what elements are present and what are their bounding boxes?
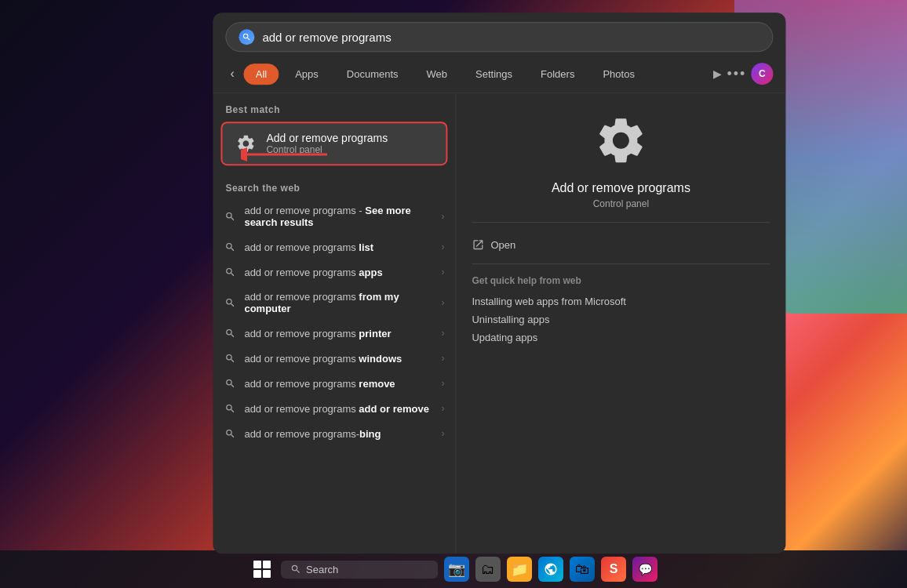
web-search-icon-5 [224, 352, 236, 365]
tab-play-button[interactable]: ▶ [713, 67, 722, 80]
search-input-area [213, 13, 785, 58]
web-search-icon-1 [224, 241, 236, 253]
right-panel-icon-area [472, 109, 770, 172]
web-search-text-1: add or remove programs list [244, 241, 441, 253]
search-web-label: Search the web [213, 173, 455, 198]
web-search-chevron-6: › [441, 378, 444, 389]
tab-settings[interactable]: Settings [464, 64, 524, 85]
best-match-item[interactable]: Add or remove programs Control panel [220, 122, 447, 165]
best-match-gear-icon [233, 131, 258, 156]
taskbar-app-red[interactable]: S [601, 557, 626, 582]
web-search-chevron-8: › [441, 428, 444, 439]
web-search-chevron-3: › [441, 297, 444, 308]
web-search-icon-4 [224, 327, 236, 339]
web-search-text-2: add or remove programs apps [244, 267, 441, 278]
taskbar-search-bar[interactable]: Search [281, 561, 438, 579]
web-search-text-7: add or remove programs add or remove [244, 403, 441, 415]
link-updating[interactable]: Updating apps [472, 328, 537, 347]
open-button[interactable]: Open [472, 234, 515, 256]
web-search-text-6: add or remove programs remove [244, 378, 441, 390]
web-search-item-3[interactable]: add or remove programs from my computer … [213, 285, 455, 321]
web-search-item-4[interactable]: add or remove programs printer › [213, 321, 455, 346]
search-circle-icon [239, 29, 254, 45]
web-search-chevron-4: › [441, 328, 444, 339]
taskbar-app-store[interactable]: 🛍 [570, 557, 595, 582]
web-search-icon-7 [224, 402, 236, 415]
web-search-chevron-7: › [441, 403, 444, 414]
taskbar-app-files[interactable]: 🗂 [475, 557, 501, 582]
web-search-icon-0 [224, 210, 236, 223]
tab-documents[interactable]: Documents [335, 64, 410, 85]
right-panel-title: Add or remove programs [472, 181, 770, 195]
left-panel: Best match Add or remove programs Contro… [213, 93, 456, 554]
right-panel: Add or remove programs Control panel Ope… [456, 93, 785, 554]
best-match-label: Best match [213, 104, 455, 122]
web-search-text-3: add or remove programs from my computer [244, 291, 441, 314]
right-panel-gear-icon [589, 109, 652, 172]
tab-back-button[interactable]: ‹ [225, 64, 239, 84]
search-input[interactable] [262, 31, 759, 44]
content-area: Best match Add or remove programs Contro… [213, 93, 785, 554]
taskbar-app-social[interactable]: 💬 [632, 557, 657, 582]
web-search-icon-6 [224, 377, 236, 390]
search-input-wrapper [225, 22, 773, 52]
web-search-text-0: add or remove programs - See more search… [244, 205, 441, 228]
right-panel-divider [472, 222, 770, 223]
best-match-title: Add or remove programs [266, 132, 388, 144]
web-search-text-5: add or remove programs windows [244, 353, 441, 365]
best-match-subtitle: Control panel [266, 144, 388, 155]
external-link-icon [472, 238, 484, 251]
quick-help-label: Get quick help from web [472, 275, 581, 286]
taskbar-app-folder[interactable]: 📁 [507, 557, 532, 582]
web-search-chevron-0: › [441, 211, 444, 222]
web-search-icon-8 [224, 427, 236, 440]
right-panel-divider-2 [472, 263, 770, 264]
web-search-text-4: add or remove programs printer [244, 328, 441, 339]
windows-start-button[interactable] [250, 557, 275, 582]
right-panel-subtitle: Control panel [472, 198, 770, 209]
web-search-item-2[interactable]: add or remove programs apps › [213, 260, 455, 285]
web-search-item-7[interactable]: add or remove programs add or remove › [213, 396, 455, 421]
search-panel: ‹ All Apps Documents Web Settings Folder… [213, 13, 785, 554]
tab-folders[interactable]: Folders [529, 64, 586, 85]
tab-more-button[interactable]: ••• [727, 66, 746, 82]
taskbar: Search 📷 🗂 📁 🛍 S 💬 [0, 550, 907, 588]
windows-logo-icon [253, 561, 271, 578]
link-uninstalling[interactable]: Uninstalling apps [472, 310, 549, 328]
taskbar-app-media[interactable]: 📷 [444, 557, 469, 582]
taskbar-search-icon [290, 564, 301, 575]
open-label: Open [490, 239, 515, 251]
web-search-chevron-2: › [441, 267, 444, 278]
tab-web[interactable]: Web [415, 64, 460, 85]
web-search-item-8[interactable]: add or remove programs-bing › [213, 421, 455, 446]
taskbar-app-edge[interactable] [538, 557, 563, 582]
taskbar-search-label: Search [306, 564, 338, 575]
tab-apps[interactable]: Apps [283, 64, 330, 85]
link-installing[interactable]: Installing web apps from Microsoft [472, 292, 626, 310]
web-search-item-0[interactable]: add or remove programs - See more search… [213, 198, 455, 234]
tab-photos[interactable]: Photos [591, 64, 646, 85]
web-search-icon-2 [224, 266, 236, 278]
web-search-item-1[interactable]: add or remove programs list › [213, 234, 455, 260]
web-search-chevron-5: › [441, 353, 444, 364]
web-search-icon-3 [224, 296, 236, 309]
filter-tabs: ‹ All Apps Documents Web Settings Folder… [213, 58, 785, 93]
tab-all[interactable]: All [244, 64, 279, 85]
web-search-item-5[interactable]: add or remove programs windows › [213, 346, 455, 371]
web-search-chevron-1: › [441, 241, 444, 252]
user-avatar[interactable]: C [751, 63, 773, 85]
web-search-item-6[interactable]: add or remove programs remove › [213, 371, 455, 396]
search-magnifier-icon [242, 32, 251, 42]
web-search-text-8: add or remove programs-bing [244, 428, 441, 440]
